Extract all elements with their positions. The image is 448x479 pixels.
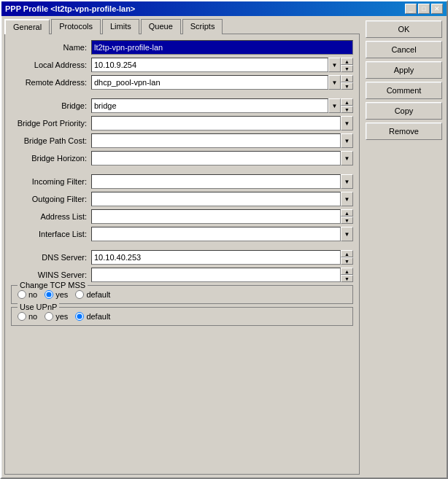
- bridge-horizon-input[interactable]: [91, 151, 341, 165]
- bridge-horizon-row: Bridge Horizon:: [11, 151, 353, 165]
- local-address-control-wrap: [91, 58, 353, 72]
- remote-address-down-btn[interactable]: [341, 82, 353, 90]
- name-label: Name:: [11, 43, 91, 52]
- remote-address-label: Remote Address:: [11, 78, 91, 87]
- use-upnp-default-radio[interactable]: [75, 312, 84, 321]
- wins-server-up-btn[interactable]: [341, 268, 353, 275]
- change-tcp-mss-no-radio[interactable]: [18, 290, 26, 299]
- use-upnp-no-radio[interactable]: [18, 312, 26, 321]
- ok-button[interactable]: OK: [366, 20, 442, 38]
- cancel-button[interactable]: Cancel: [366, 41, 442, 58]
- outgoing-filter-input[interactable]: [91, 192, 341, 206]
- sidebar: OK Cancel Apply Comment Copy Remove: [363, 16, 447, 478]
- use-upnp-no-label: no: [28, 312, 37, 321]
- incoming-filter-dropdown-btn[interactable]: [341, 174, 353, 189]
- bridge-horizon-dropdown-btn[interactable]: [341, 151, 353, 165]
- dns-server-up-btn[interactable]: [341, 250, 353, 257]
- title-bar: PPP Profile <lt2tp-vpn-profile-lan> _ □ …: [1, 1, 447, 16]
- bridge-port-priority-dropdown-btn[interactable]: [341, 116, 353, 131]
- change-tcp-mss-default[interactable]: default: [75, 290, 110, 299]
- use-upnp-yes[interactable]: yes: [45, 312, 68, 321]
- bridge-path-cost-dropdown-btn[interactable]: [341, 133, 353, 148]
- use-upnp-no[interactable]: no: [18, 312, 37, 321]
- change-tcp-mss-yes-radio[interactable]: [45, 290, 53, 299]
- comment-button[interactable]: Comment: [366, 82, 442, 99]
- change-tcp-mss-yes[interactable]: yes: [45, 290, 68, 299]
- tab-bar: General Protocols Limits Queue Scripts: [4, 19, 360, 34]
- bridge-port-priority-input[interactable]: [91, 116, 341, 131]
- dns-server-label: DNS Server:: [11, 253, 91, 262]
- name-row: Name:: [11, 40, 353, 55]
- incoming-filter-input[interactable]: [91, 174, 341, 189]
- address-list-down-btn[interactable]: [341, 217, 353, 224]
- address-list-dropdown-wrap: [91, 209, 341, 224]
- bridge-down-btn[interactable]: [341, 106, 353, 113]
- change-tcp-mss-label: Change TCP MSS: [18, 281, 88, 289]
- local-address-up-btn[interactable]: [341, 58, 353, 65]
- tab-queue[interactable]: Queue: [141, 19, 181, 34]
- bridge-port-priority-dropdown-wrap: [91, 116, 353, 131]
- address-list-input[interactable]: [91, 209, 341, 224]
- bridge-horizon-label: Bridge Horizon:: [11, 154, 91, 163]
- change-tcp-mss-no-label: no: [28, 290, 37, 299]
- use-upnp-group: Use UPnP no yes default: [11, 307, 353, 326]
- remote-address-input[interactable]: [91, 75, 328, 90]
- bridge-up-btn[interactable]: [341, 98, 353, 106]
- bridge-port-priority-row: Bridge Port Priority:: [11, 116, 353, 131]
- bridge-path-cost-row: Bridge Path Cost:: [11, 133, 353, 148]
- address-list-row: Address List:: [11, 209, 353, 224]
- remote-address-dropdown-btn[interactable]: [328, 75, 341, 90]
- bridge-path-cost-input[interactable]: [91, 133, 341, 148]
- address-list-up-btn[interactable]: [341, 209, 353, 217]
- wins-server-spin: [341, 268, 353, 282]
- dns-server-input[interactable]: [91, 250, 341, 265]
- local-address-input[interactable]: [91, 58, 328, 72]
- apply-button[interactable]: Apply: [366, 61, 442, 79]
- wins-server-input[interactable]: [91, 268, 341, 282]
- bridge-dropdown-btn[interactable]: [328, 98, 341, 113]
- bridge-row: Bridge:: [11, 98, 353, 113]
- copy-button[interactable]: Copy: [366, 102, 442, 120]
- change-tcp-mss-default-radio[interactable]: [75, 290, 84, 299]
- dns-server-control-wrap: [91, 250, 353, 265]
- use-upnp-yes-label: yes: [55, 312, 68, 321]
- outgoing-filter-control-wrap: [91, 192, 353, 206]
- use-upnp-default[interactable]: default: [75, 312, 110, 321]
- interface-list-label: Interface List:: [11, 230, 91, 238]
- wins-server-dropdown-wrap: [91, 268, 341, 282]
- bridge-horizon-dropdown-wrap: [91, 151, 353, 165]
- remote-address-up-btn[interactable]: [341, 75, 353, 82]
- outgoing-filter-label: Outgoing Filter:: [11, 195, 91, 203]
- close-button[interactable]: ✕: [431, 4, 443, 14]
- interface-list-dropdown-btn[interactable]: [341, 227, 353, 241]
- maximize-button[interactable]: □: [418, 4, 430, 14]
- address-list-label: Address List:: [11, 212, 91, 221]
- use-upnp-radio-group: no yes default: [18, 312, 347, 321]
- tab-general[interactable]: General: [4, 19, 50, 34]
- tab-content-general: Name: Local Address:: [4, 34, 360, 475]
- bridge-label: Bridge:: [11, 101, 91, 110]
- use-upnp-default-label: default: [86, 312, 110, 321]
- interface-list-input[interactable]: [91, 227, 341, 241]
- window-title: PPP Profile <lt2tp-vpn-profile-lan>: [5, 4, 135, 13]
- local-address-dropdown-btn[interactable]: [328, 58, 341, 72]
- wins-server-down-btn[interactable]: [341, 275, 353, 282]
- minimize-button[interactable]: _: [405, 4, 417, 14]
- tab-limits[interactable]: Limits: [102, 19, 139, 34]
- outgoing-filter-dropdown-btn[interactable]: [341, 192, 353, 206]
- tab-protocols[interactable]: Protocols: [51, 19, 101, 34]
- change-tcp-mss-no[interactable]: no: [18, 290, 37, 299]
- interface-list-row: Interface List:: [11, 227, 353, 241]
- local-address-down-btn[interactable]: [341, 65, 353, 72]
- tab-scripts[interactable]: Scripts: [182, 19, 223, 34]
- change-tcp-mss-radio-group: no yes default: [18, 290, 347, 299]
- use-upnp-yes-radio[interactable]: [45, 312, 53, 321]
- bridge-port-priority-control-wrap: [91, 116, 353, 131]
- name-input[interactable]: [91, 40, 353, 55]
- remove-button[interactable]: Remove: [366, 122, 442, 140]
- dns-server-down-btn[interactable]: [341, 257, 353, 265]
- remote-address-dropdown-wrap: [91, 75, 341, 90]
- bridge-port-priority-label: Bridge Port Priority:: [11, 119, 91, 128]
- name-control-wrap: [91, 40, 353, 55]
- bridge-input[interactable]: [91, 98, 328, 113]
